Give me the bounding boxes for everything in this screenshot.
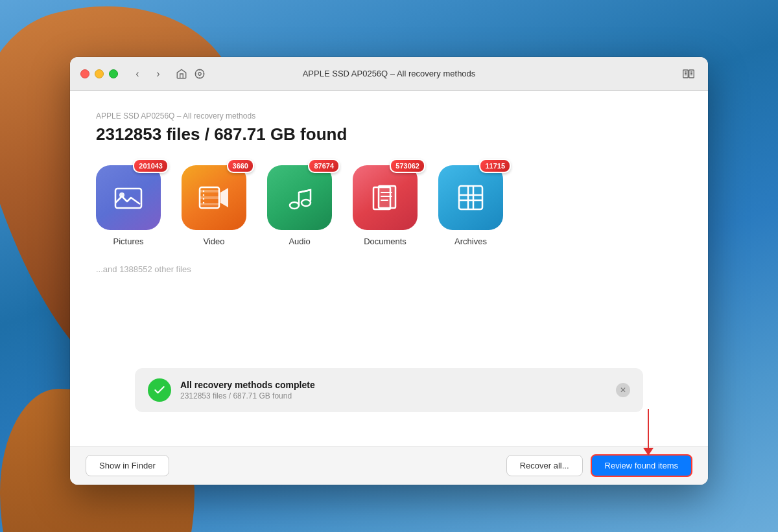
video-icon: [197, 181, 231, 214]
window-title: APPLE SSD AP0256Q – All recovery methods: [303, 69, 476, 78]
show-in-finder-button[interactable]: Show in Finder: [86, 455, 169, 476]
review-found-items-button[interactable]: Review found items: [591, 454, 692, 477]
main-content: APPLE SSD AP0256Q – All recovery methods…: [70, 91, 708, 446]
video-badge: 3660: [227, 159, 254, 173]
archives-card: [438, 165, 503, 230]
footer: Show in Finder Recover all... Review fou…: [70, 446, 708, 485]
arrow-indicator: [643, 409, 654, 456]
svg-rect-17: [200, 190, 219, 192]
svg-point-21: [301, 200, 311, 206]
audio-card: [267, 165, 332, 230]
maximize-button[interactable]: [109, 69, 118, 78]
video-card: [182, 165, 246, 230]
svg-rect-19: [200, 203, 219, 205]
pictures-label: Pictures: [113, 237, 144, 246]
svg-rect-18: [200, 196, 219, 199]
status-text: All recovery methods complete 2312853 fi…: [180, 380, 607, 400]
documents-label: Documents: [364, 237, 407, 246]
home-button[interactable]: [172, 65, 191, 83]
category-video[interactable]: 3660 Video: [182, 165, 246, 246]
headline: 2312853 files / 687.71 GB found: [96, 124, 682, 145]
scan-button[interactable]: [191, 65, 209, 83]
documents-icon: [368, 181, 402, 214]
archives-card-wrapper: 11715: [438, 165, 503, 230]
svg-point-0: [195, 69, 204, 78]
documents-badge: 573062: [390, 159, 425, 173]
svg-point-20: [290, 202, 299, 209]
content-spacer: [96, 274, 682, 368]
svg-rect-27: [459, 186, 482, 209]
audio-label: Audio: [289, 237, 310, 246]
documents-card: [353, 165, 418, 230]
documents-card-wrapper: 573062: [353, 165, 418, 230]
close-notification-button[interactable]: ✕: [616, 383, 630, 397]
category-pictures[interactable]: 201043 Pictures: [96, 165, 161, 246]
arrow-head: [643, 448, 654, 456]
other-files-label: ...and 1388552 other files: [96, 264, 682, 274]
svg-rect-2: [683, 70, 689, 78]
back-button[interactable]: ‹: [128, 65, 147, 83]
status-subtitle: 2312853 files / 687.71 GB found: [180, 391, 607, 400]
video-card-wrapper: 3660: [182, 165, 246, 230]
category-documents[interactable]: 573062 Documents: [353, 165, 418, 246]
pictures-icon: [112, 181, 145, 214]
archives-badge: 11715: [479, 159, 511, 173]
status-notification: All recovery methods complete 2312853 fi…: [135, 368, 643, 412]
nav-buttons: ‹ ›: [128, 65, 167, 83]
pictures-badge: 201043: [133, 159, 169, 173]
audio-card-wrapper: 87674: [267, 165, 332, 230]
forward-button[interactable]: ›: [149, 65, 167, 83]
right-footer-buttons: Recover all... Review found items: [506, 454, 692, 477]
breadcrumb: APPLE SSD AP0256Q – All recovery methods: [96, 111, 682, 121]
audio-badge: 87674: [308, 159, 340, 173]
svg-point-1: [198, 72, 202, 75]
traffic-lights: [80, 69, 118, 78]
arrow-line: [648, 409, 649, 448]
video-label: Video: [203, 237, 224, 246]
status-title: All recovery methods complete: [180, 380, 607, 390]
categories-row: 201043 Pictures: [96, 165, 682, 246]
close-button[interactable]: [80, 69, 89, 78]
reader-button[interactable]: [679, 65, 698, 83]
status-success-icon: [148, 378, 171, 402]
application-window: ‹ › APPLE SSD AP0256Q – All recovery met…: [70, 57, 708, 485]
titlebar: ‹ › APPLE SSD AP0256Q – All recovery met…: [70, 57, 708, 91]
minimize-button[interactable]: [95, 69, 104, 78]
archives-icon: [454, 181, 488, 214]
svg-rect-3: [689, 70, 694, 78]
recover-all-button[interactable]: Recover all...: [506, 455, 583, 476]
pictures-card-wrapper: 201043: [96, 165, 161, 230]
category-audio[interactable]: 87674 Audio: [267, 165, 332, 246]
archives-label: Archives: [454, 237, 487, 246]
audio-icon: [283, 181, 316, 214]
pictures-card: [96, 165, 161, 230]
category-archives[interactable]: 11715 Archives: [438, 165, 503, 246]
